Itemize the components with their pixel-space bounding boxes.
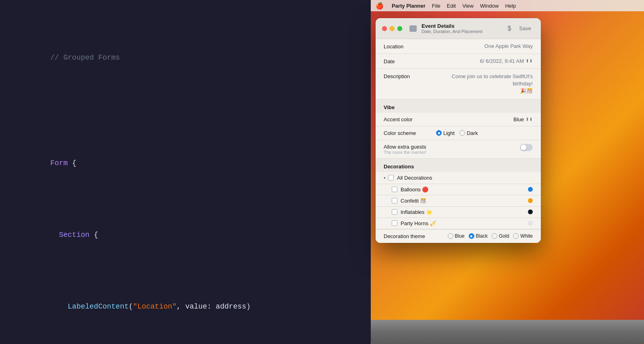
- chevron-down-icon: ▾: [384, 176, 386, 180]
- inflatables-color: [528, 209, 533, 214]
- theme-blue[interactable]: Blue: [448, 233, 465, 239]
- all-deco-checkbox[interactable]: [388, 175, 394, 180]
- color-scheme-options[interactable]: Light Dark: [436, 130, 478, 136]
- menubar-file[interactable]: File: [432, 3, 440, 9]
- form-body: Location One Apple Park Way Date 6/ 6/20…: [376, 39, 541, 243]
- all-decorations-row[interactable]: ▾ All Decorations: [376, 172, 541, 184]
- close-button[interactable]: [382, 26, 387, 31]
- code-line-section1: Section {: [24, 217, 347, 253]
- balloons-color: [528, 187, 533, 192]
- all-deco-label: All Decorations: [397, 175, 432, 181]
- menubar-app-name: Party Planner: [392, 3, 426, 9]
- inflatables-checkbox[interactable]: [392, 209, 397, 215]
- title-bar: Event Details Date, Duration, And Placem…: [376, 18, 541, 39]
- theme-gold[interactable]: Gold: [492, 233, 509, 239]
- radio-dark-label: Dark: [467, 130, 478, 136]
- date-value[interactable]: 6/ 6/2022, 9:41 AM ⬆⬇: [436, 58, 533, 64]
- window-subtitle: Date, Duration, And Placement: [422, 29, 503, 34]
- theme-black-radio[interactable]: [469, 233, 474, 239]
- radio-light[interactable]: Light: [436, 130, 455, 136]
- accent-stepper[interactable]: ⬆⬇: [526, 117, 533, 122]
- extra-guests-texts: Allow extra guests The more the merrier!: [384, 144, 520, 155]
- sidebar-toggle-icon[interactable]: [409, 25, 417, 32]
- description-row: Description Come join us to celebrate Sw…: [376, 69, 541, 99]
- theme-options[interactable]: Blue Black Gold White: [436, 233, 533, 239]
- inflatables-checkbox-wrap[interactable]: Inflatables ⭐: [392, 209, 528, 215]
- theme-white-label: White: [520, 233, 533, 239]
- dollar-icon: $: [507, 25, 511, 32]
- theme-black[interactable]: Black: [469, 233, 488, 239]
- decoration-theme-label: Decoration theme: [384, 233, 436, 239]
- confetti-row[interactable]: Confetti 🎊: [376, 195, 541, 207]
- mac-area: 🍎 Party Planner File Edit View Window He…: [371, 0, 644, 344]
- extra-guests-sublabel: The more the merrier!: [384, 150, 520, 155]
- description-label: Description: [384, 73, 436, 79]
- confetti-checkbox-wrap[interactable]: Confetti 🎊: [392, 198, 528, 204]
- confetti-label: Confetti 🎊: [401, 198, 426, 204]
- confetti-checkbox[interactable]: [392, 198, 397, 203]
- laptop-base: [371, 320, 644, 344]
- maximize-button[interactable]: [397, 26, 402, 31]
- menubar: 🍎 Party Planner File Edit View Window He…: [371, 0, 644, 11]
- code-comment: // Grouped Forms: [24, 40, 347, 76]
- menubar-help[interactable]: Help: [505, 3, 516, 9]
- code-line-labeled: LabeledContent("Location", value: addres…: [24, 289, 347, 325]
- code-editor: // Grouped Forms Form { Section { Labele…: [0, 0, 371, 344]
- theme-white-radio[interactable]: [513, 233, 519, 239]
- accent-color-value[interactable]: Blue ⬆⬇: [436, 116, 533, 122]
- menubar-view[interactable]: View: [462, 3, 474, 9]
- title-bar-actions: $ Save: [507, 25, 534, 32]
- balloons-checkbox[interactable]: [392, 187, 397, 192]
- menubar-window[interactable]: Window: [480, 3, 499, 9]
- theme-white[interactable]: White: [513, 233, 533, 239]
- party-horns-label: Party Horns 🎺: [401, 220, 436, 226]
- decorations-header: Decorations: [376, 159, 541, 172]
- color-scheme-label: Color scheme: [384, 130, 436, 136]
- balloons-row[interactable]: Balloons 🔴: [376, 184, 541, 195]
- radio-light-circle[interactable]: [436, 130, 442, 136]
- accent-color-row[interactable]: Accent color Blue ⬆⬇: [376, 113, 541, 126]
- window-controls[interactable]: [382, 26, 402, 31]
- app-window: Event Details Date, Duration, And Placem…: [376, 18, 541, 243]
- inflatables-label: Inflatables ⭐: [401, 209, 432, 215]
- radio-light-label: Light: [443, 130, 455, 136]
- location-label: Location: [384, 43, 436, 50]
- date-label: Date: [384, 58, 436, 64]
- party-horns-color: [528, 221, 533, 226]
- all-deco-checkbox-wrap[interactable]: All Decorations: [388, 175, 533, 181]
- description-value: Come join us to celebrate SwiftUI's birt…: [436, 73, 533, 95]
- balloons-checkbox-wrap[interactable]: Balloons 🔴: [392, 187, 528, 193]
- confetti-color: [528, 198, 533, 203]
- extra-guests-label: Allow extra guests: [384, 144, 520, 150]
- color-scheme-row: Color scheme Light Dark: [376, 126, 541, 140]
- date-row: Date 6/ 6/2022, 9:41 AM ⬆⬇: [376, 54, 541, 69]
- theme-blue-label: Blue: [455, 233, 465, 239]
- decoration-theme-row: Decoration theme Blue Black Gold: [376, 229, 541, 243]
- extra-guests-row: Allow extra guests The more the merrier!: [376, 140, 541, 159]
- radio-dark[interactable]: Dark: [459, 130, 478, 136]
- inflatables-row[interactable]: Inflatables ⭐: [376, 207, 541, 218]
- extra-guests-toggle[interactable]: [520, 144, 533, 151]
- title-bar-text: Event Details Date, Duration, And Placem…: [422, 23, 503, 34]
- balloons-label: Balloons 🔴: [401, 187, 428, 193]
- theme-blue-radio[interactable]: [448, 233, 453, 239]
- party-horns-row[interactable]: Party Horns 🎺: [376, 218, 541, 229]
- window-title: Event Details: [422, 23, 503, 29]
- theme-gold-label: Gold: [499, 233, 509, 239]
- apple-logo: 🍎: [376, 2, 384, 10]
- decorations-list: ▾ All Decorations Balloons 🔴: [376, 172, 541, 229]
- code-line-form: Form {: [24, 145, 347, 181]
- accent-color-label: Accent color: [384, 116, 436, 122]
- minimize-button[interactable]: [390, 26, 395, 31]
- save-button[interactable]: Save: [516, 25, 534, 32]
- party-horns-checkbox[interactable]: [392, 220, 397, 226]
- menubar-edit[interactable]: Edit: [447, 3, 456, 9]
- theme-gold-radio[interactable]: [492, 233, 497, 239]
- location-row: Location One Apple Park Way: [376, 39, 541, 54]
- party-horns-checkbox-wrap[interactable]: Party Horns 🎺: [392, 220, 528, 226]
- radio-dark-circle[interactable]: [459, 130, 465, 136]
- location-value: One Apple Park Way: [436, 43, 533, 49]
- theme-black-label: Black: [476, 233, 488, 239]
- vibe-header: Vibe: [376, 99, 541, 113]
